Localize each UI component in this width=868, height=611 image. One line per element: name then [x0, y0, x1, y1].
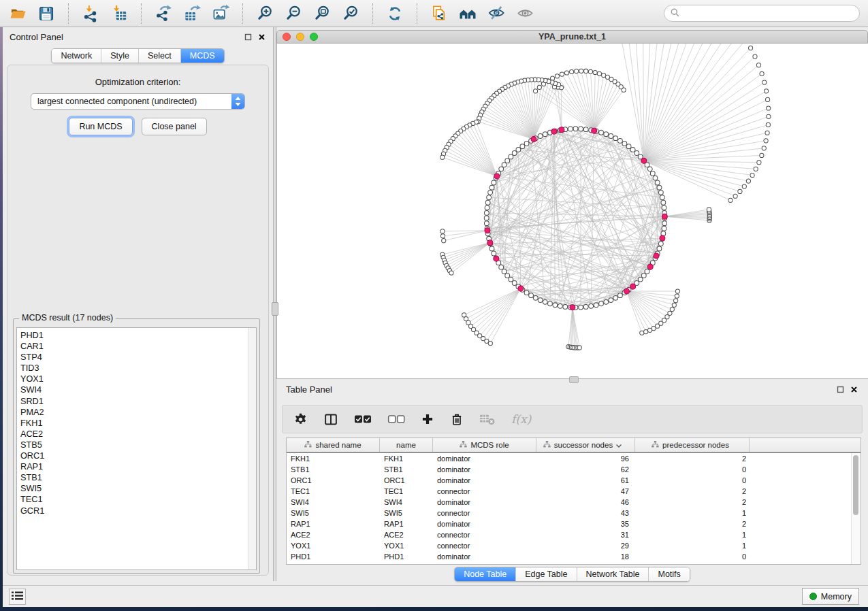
mcds-result-item[interactable]: SWI5	[17, 483, 256, 494]
vertical-splitter-handle[interactable]	[272, 302, 278, 316]
task-history-button[interactable]	[9, 589, 26, 605]
table-scrollbar-thumb[interactable]	[853, 455, 858, 515]
import-table-icon[interactable]	[110, 4, 129, 23]
mcds-result-item[interactable]: TID3	[17, 363, 256, 374]
table-row[interactable]: ACE2ACE2connector311	[287, 529, 852, 540]
mcds-result-item[interactable]: CAR1	[17, 341, 256, 352]
show-all-eye-icon[interactable]	[515, 4, 534, 23]
deselect-all-icon[interactable]	[387, 414, 405, 424]
network-window-titlebar[interactable]: YPA_prune.txt_1	[276, 30, 868, 44]
mcds-result-item[interactable]: GCR1	[17, 506, 256, 516]
toolbar-separator	[141, 3, 142, 24]
column-header-name[interactable]: name	[380, 438, 433, 452]
column-label: MCDS role	[470, 441, 509, 449]
table-row[interactable]: TEC1TEC1connector472	[287, 486, 852, 497]
run-mcds-button[interactable]: Run MCDS	[69, 118, 132, 135]
criterion-select[interactable]: largest connected component (undirected)	[31, 93, 245, 110]
memory-button[interactable]: Memory	[802, 588, 859, 605]
table-row[interactable]: STB1STB1dominator620	[287, 464, 852, 475]
mcds-result-item[interactable]: YOX1	[17, 374, 256, 384]
tab-network[interactable]: Network	[52, 49, 101, 63]
mcds-result-item[interactable]: ORC1	[17, 450, 256, 461]
column-header-shared-name[interactable]: shared name	[287, 438, 380, 452]
close-panel-button[interactable]: Close panel	[142, 118, 207, 135]
table-row[interactable]: PHD1PHD1dominator180	[287, 551, 852, 562]
export-image-icon[interactable]	[211, 4, 230, 23]
mcds-result-item[interactable]: STB5	[17, 440, 256, 450]
table-cell: dominator	[433, 465, 536, 474]
mcds-list-scrollbar[interactable]	[248, 328, 256, 569]
close-window-icon[interactable]	[283, 33, 291, 41]
float-panel-icon[interactable]	[243, 32, 253, 42]
zoom-out-icon[interactable]	[284, 4, 303, 23]
table-cell: 0	[635, 465, 750, 474]
control-panel: Control Panel NetworkStyleSelectMCDS Opt…	[3, 27, 273, 581]
column-header-successor-nodes[interactable]: successor nodes	[536, 438, 635, 452]
table-row[interactable]: YOX1YOX1connector291	[287, 540, 852, 551]
network-file-icon[interactable]	[430, 4, 449, 23]
tab-select[interactable]: Select	[138, 49, 180, 63]
mcds-result-item[interactable]: SRD1	[17, 396, 256, 407]
mcds-result-item[interactable]: STP4	[17, 352, 256, 363]
network-canvas[interactable]	[276, 44, 868, 378]
select-all-icon[interactable]	[354, 414, 372, 424]
mcds-result-item[interactable]: PMA2	[17, 407, 256, 418]
close-panel-icon[interactable]	[257, 32, 266, 42]
column-header-MCDS-role[interactable]: MCDS role	[433, 438, 536, 452]
tab-node-table[interactable]: Node Table	[455, 567, 515, 581]
select-stepper-icon	[231, 94, 244, 109]
tab-motifs[interactable]: Motifs	[648, 567, 689, 581]
table-cell: 18	[536, 552, 635, 561]
table-row[interactable]: RAP1RAP1dominator352	[287, 518, 852, 529]
mcds-result-item[interactable]: TEC1	[17, 494, 256, 505]
mcds-result-title: MCDS result (17 nodes)	[19, 313, 116, 323]
table-cell: dominator	[433, 552, 536, 561]
table-scrollbar[interactable]	[851, 453, 861, 564]
mcds-result-item[interactable]: SWI4	[17, 384, 256, 395]
zoom-fit-icon[interactable]	[312, 4, 332, 23]
horizontal-splitter-handle[interactable]	[569, 376, 579, 383]
toggle-panes-icon[interactable]	[323, 412, 338, 427]
save-session-icon[interactable]	[37, 4, 56, 23]
delete-columns-trash-icon[interactable]	[450, 412, 464, 427]
tab-mcds[interactable]: MCDS	[180, 49, 224, 63]
mcds-result-item[interactable]: FKH1	[17, 418, 256, 429]
column-header-predecessor-nodes[interactable]: predecessor nodes	[635, 438, 750, 452]
maximize-window-icon[interactable]	[310, 33, 318, 41]
table-cell: 2	[635, 487, 750, 495]
mcds-result-item[interactable]: PHD1	[17, 330, 256, 341]
mcds-result-item[interactable]: STB1	[17, 472, 256, 483]
delete-table-icon[interactable]	[479, 412, 496, 426]
mcds-result-item[interactable]: ACE2	[17, 429, 256, 440]
search-input[interactable]	[684, 8, 853, 19]
refresh-layout-icon[interactable]	[385, 4, 404, 23]
table-row[interactable]: ORC1ORC1dominator610	[287, 475, 852, 486]
search-field[interactable]	[664, 5, 860, 22]
table-cell: 2	[635, 498, 750, 506]
table-header-row: shared namenameMCDS rolesuccessor nodesp…	[287, 438, 861, 453]
table-cell: 1	[635, 542, 750, 550]
export-table-icon[interactable]	[182, 4, 202, 23]
table-cell: 31	[536, 531, 635, 539]
import-network-icon[interactable]	[81, 4, 100, 23]
tab-network-table[interactable]: Network Table	[577, 567, 649, 581]
table-row[interactable]: FKH1FKH1dominator962	[287, 453, 852, 464]
tab-edge-table[interactable]: Edge Table	[515, 567, 576, 581]
control-panel-tabs: NetworkStyleSelectMCDS	[3, 48, 273, 63]
mcds-result-group: MCDS result (17 nodes) PHD1CAR1STP4TID3Y…	[13, 318, 260, 574]
zoom-in-icon[interactable]	[255, 4, 274, 23]
float-table-panel-icon[interactable]	[835, 384, 845, 394]
close-table-panel-icon[interactable]	[849, 384, 858, 394]
open-session-icon[interactable]	[8, 4, 27, 23]
add-column-icon[interactable]	[421, 412, 434, 426]
first-neighbors-icon[interactable]	[458, 4, 477, 23]
hide-selected-eye-icon[interactable]	[487, 4, 506, 23]
settings-gear-icon[interactable]	[293, 412, 308, 427]
mcds-result-item[interactable]: RAP1	[17, 461, 256, 472]
export-network-icon[interactable]	[154, 4, 173, 23]
table-row[interactable]: SWI4SWI4dominator462	[287, 497, 852, 508]
zoom-selected-icon[interactable]	[341, 4, 360, 23]
tab-style[interactable]: Style	[101, 49, 138, 63]
table-row[interactable]: SWI5SWI5connector431	[287, 508, 852, 518]
minimize-window-icon[interactable]	[296, 33, 304, 41]
